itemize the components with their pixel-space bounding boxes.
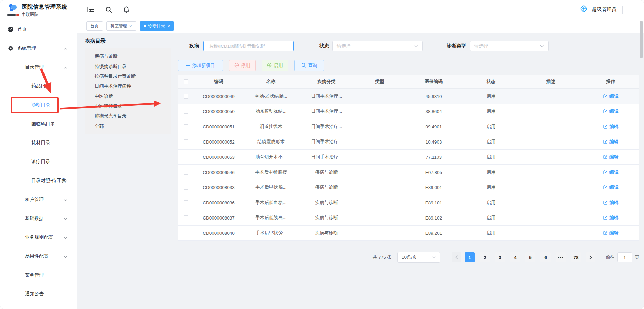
logo-icon (7, 3, 19, 15)
row-checkbox[interactable] (184, 200, 188, 205)
sidebar-item[interactable]: 诊断目录 (0, 96, 77, 114)
menu-fold-icon[interactable] (87, 6, 95, 14)
edit-button[interactable]: 编辑 (603, 230, 618, 236)
page-size-select[interactable]: 10条/页 (397, 252, 440, 263)
cell-status: 启用 (462, 124, 520, 130)
edit-button[interactable]: 编辑 (603, 124, 618, 130)
prev-page-button[interactable] (452, 252, 461, 262)
edit-icon (603, 154, 608, 160)
vertical-scrollbar-thumb[interactable] (640, 21, 643, 58)
add-item-button[interactable]: 添加新项目 (178, 60, 223, 71)
sidebar-item-label: 易用性配置 (0, 253, 49, 259)
page-button[interactable]: 5 (525, 252, 535, 262)
page-button[interactable]: 6 (540, 252, 551, 262)
tab[interactable]: 科室管理 × (106, 21, 136, 31)
sidebar-item[interactable]: 国临码目录 (0, 114, 77, 133)
sidebar-item[interactable]: 系统管理 (0, 39, 77, 58)
catalog-item[interactable]: 按病种目录付费诊断 (85, 71, 171, 81)
row-checkbox[interactable] (184, 94, 188, 99)
enable-button[interactable]: 启用 (262, 60, 288, 71)
row-checkbox[interactable] (184, 170, 188, 175)
catalog-item[interactable]: 中医诊断 (85, 91, 171, 101)
cell-code: CD0000008033 (194, 185, 243, 190)
goto-page-input[interactable] (617, 252, 632, 262)
sidebar-item[interactable]: 首页 (0, 20, 77, 39)
tab[interactable]: 诊断目录 × (140, 21, 174, 31)
edit-button[interactable]: 编辑 (603, 108, 618, 114)
close-icon[interactable]: × (168, 24, 170, 28)
sidebar-item[interactable]: 租户管理 (0, 190, 77, 209)
page-button[interactable]: 2 (480, 252, 490, 262)
row-checkbox[interactable] (184, 139, 188, 144)
text-caret (207, 43, 208, 49)
logo-microtext (7, 14, 19, 16)
sidebar-item[interactable]: 目录对照-待开发 (0, 171, 77, 190)
edit-button[interactable]: 编辑 (603, 154, 618, 160)
column-header: 疾病分类 (299, 79, 354, 85)
edit-button[interactable]: 编辑 (603, 169, 618, 175)
page-button[interactable]: ••• (556, 252, 566, 262)
diag-type-select[interactable]: 请选择 (470, 41, 549, 51)
tab[interactable]: 首页 (86, 21, 103, 31)
sidebar-item[interactable]: 药品目录 (0, 77, 77, 96)
edit-button[interactable]: 编辑 (603, 139, 618, 145)
next-page-button[interactable] (586, 252, 595, 262)
status-select[interactable]: 请选择 (332, 41, 423, 51)
row-checkbox[interactable] (184, 155, 188, 159)
catalog-item[interactable]: 日间手术治疗病种 (85, 81, 171, 92)
catalog-item[interactable]: 疾病与诊断 (85, 51, 171, 61)
catalog-item[interactable]: 特慢病诊断目录 (85, 61, 171, 72)
cell-insurance-code: E07.805 (405, 170, 462, 175)
sidebar-item[interactable]: 目录管理 (0, 58, 77, 77)
cell-category: 疾病与诊断 (299, 169, 354, 175)
page-button[interactable]: 3 (495, 252, 505, 262)
table-row: CD0000000051 泪道挂线术 日间手术治疗... 09.4901 启用 (178, 119, 639, 134)
cell-status: 启用 (462, 93, 520, 99)
search-icon[interactable] (105, 6, 113, 14)
edit-icon (603, 94, 608, 99)
row-checkbox[interactable] (184, 109, 188, 114)
app-window: 医院信息管理系统 中联医院 (0, 0, 644, 309)
edit-button[interactable]: 编辑 (603, 93, 618, 99)
edit-button[interactable]: 编辑 (603, 200, 618, 206)
page-button[interactable]: 4 (510, 252, 520, 262)
cell-name: 手术后甲状腺... (243, 184, 299, 190)
row-checkbox[interactable] (184, 124, 188, 129)
row-checkbox[interactable] (184, 231, 188, 235)
sidebar-item[interactable]: 耗材目录 (0, 133, 77, 152)
catalog-item[interactable]: 肿瘤形态学目录 (85, 111, 171, 121)
tab-label: 诊断目录 (148, 23, 165, 29)
cell-insurance-code: E89.201 (405, 231, 462, 236)
edit-button[interactable]: 编辑 (603, 184, 618, 190)
disable-button[interactable]: 停用 (229, 60, 256, 71)
notification-icon[interactable] (122, 6, 130, 14)
cell-category: 疾病与诊断 (299, 184, 354, 190)
goto-label: 前往 (606, 254, 615, 260)
page-button[interactable]: 1 (465, 252, 475, 262)
sidebar-item[interactable]: 菜单管理 (0, 266, 77, 285)
disease-search-input[interactable] (203, 41, 294, 51)
sidebar-item[interactable]: 通知公告 (0, 285, 77, 304)
catalog-item[interactable]: 中医证候目录 (85, 101, 171, 111)
sidebar-item-label: 目录对照-待开发 (0, 178, 66, 184)
sidebar-item[interactable]: 基础数据 (0, 209, 77, 228)
catalog-item[interactable]: 全部 (85, 121, 171, 131)
row-checkbox[interactable] (184, 215, 188, 220)
user-menu[interactable]: 超级管理员 (579, 4, 617, 15)
cell-insurance-code: 09.4901 (405, 124, 462, 129)
sidebar-item[interactable]: 业务规则配置 (0, 228, 77, 247)
page-button[interactable]: 78 (571, 252, 581, 262)
chevron-down-icon (64, 235, 67, 240)
query-button[interactable]: 查询 (294, 60, 324, 71)
row-checkbox[interactable] (184, 185, 188, 190)
sidebar-item[interactable]: 易用性配置 (0, 247, 77, 266)
select-all-checkbox[interactable] (184, 79, 188, 84)
sidebar-item[interactable]: 诊疗目录 (0, 152, 77, 171)
sidebar-item-label: 诊断目录 (0, 102, 50, 108)
close-icon[interactable]: × (129, 24, 132, 28)
cell-category: 疾病与诊断 (299, 215, 354, 221)
cell-name: 肠系膜动脉结... (243, 108, 299, 114)
sidebar-nav: 首页 系统管理 (0, 19, 77, 309)
column-header: 状态 (462, 79, 520, 85)
edit-button[interactable]: 编辑 (603, 215, 618, 221)
